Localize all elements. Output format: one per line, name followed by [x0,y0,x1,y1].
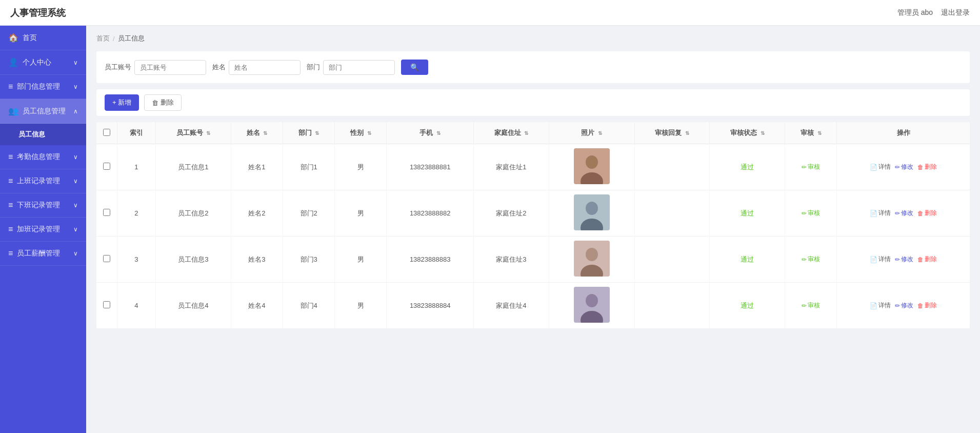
person-icon: 👤 [8,57,18,67]
audit-button[interactable]: ✏ 审核 [802,255,820,264]
sidebar-item-checkin[interactable]: ≡ 上班记录管理 ∨ [0,169,86,193]
breadcrumb-current: 员工信息 [118,34,145,43]
cell-audit-status: 通过 [710,237,785,283]
sidebar-item-home[interactable]: 🏠 首页 [0,26,86,50]
detail-button[interactable]: 📄 详情 [870,163,891,171]
detail-button[interactable]: 📄 详情 [870,255,891,264]
edit-button[interactable]: ✏ 修改 [895,301,913,310]
salary-icon: ≡ [8,249,13,258]
cell-audit-status: 通过 [710,144,785,190]
sidebar-item-employee-mgmt[interactable]: 👥 员工信息管理 ∧ [0,99,86,124]
sidebar-item-dept-mgmt[interactable]: ≡ 部门信息管理 ∨ [0,75,86,99]
username: 管理员 abo [897,8,933,17]
overtime-icon: ≡ [8,225,13,234]
sort-icon-audit[interactable]: ⇅ [817,130,822,136]
sort-icon-account[interactable]: ⇅ [206,130,210,136]
sidebar-item-checkin-label: 上班记录管理 [17,176,69,186]
select-all-checkbox[interactable] [103,129,110,136]
sort-icon-address[interactable]: ⇅ [524,130,528,136]
cell-index: 3 [117,237,156,283]
cell-audit: ✏ 审核 [785,237,837,283]
edit-icon: ✏ [895,164,900,171]
cell-gender: 男 [335,237,387,283]
action-cell: 📄 详情 ✏ 修改 🗑 删除 [841,255,966,264]
col-account: 员工账号 ⇅ [156,122,231,144]
table-row: 3 员工信息3 姓名3 部门3 男 13823888883 家庭住址3 通过 ✏… [96,237,970,283]
delete-row-button[interactable]: 🗑 删除 [917,163,937,171]
sidebar-item-employee-info[interactable]: 员工信息 [0,124,86,145]
action-cell: 📄 详情 ✏ 修改 🗑 删除 [841,163,966,171]
cell-phone: 13823888882 [387,190,474,237]
bulk-delete-label: 删除 [161,98,174,107]
row-checkbox[interactable] [103,163,110,170]
employee-avatar [574,241,610,277]
audit-icon: ✏ [802,302,807,309]
sidebar-item-attendance[interactable]: ≡ 考勤信息管理 ∨ [0,145,86,169]
delete-row-button[interactable]: 🗑 删除 [917,301,937,310]
sidebar-item-personal[interactable]: 👤 个人中心 ∨ [0,50,86,75]
sort-icon-name[interactable]: ⇅ [263,130,267,136]
sort-icon-audit-status[interactable]: ⇅ [761,130,765,136]
edit-button[interactable]: ✏ 修改 [895,163,913,171]
dept-label: 部门 [307,63,320,72]
cell-account: 员工信息1 [156,144,231,190]
bulk-delete-button[interactable]: 🗑 删除 [144,94,182,111]
sort-icon-gender[interactable]: ⇅ [367,130,371,136]
dept-input[interactable] [323,60,395,75]
detail-icon: 📄 [870,302,877,309]
sort-icon-audit-reply[interactable]: ⇅ [685,130,689,136]
delete-row-button[interactable]: 🗑 删除 [917,255,937,264]
breadcrumb-home[interactable]: 首页 [96,34,110,43]
search-bar: 员工账号 姓名 部门 🔍 [96,51,970,83]
cell-index: 1 [117,144,156,190]
cell-name: 姓名3 [231,237,283,283]
table-row: 2 员工信息2 姓名2 部门2 男 13823888882 家庭住址2 通过 ✏… [96,190,970,237]
trash-icon: 🗑 [152,99,158,107]
cell-audit: ✏ 审核 [785,190,837,237]
sidebar-item-salary[interactable]: ≡ 员工薪酬管理 ∨ [0,242,86,266]
row-checkbox[interactable] [103,255,110,262]
cell-photo [549,144,634,190]
col-address: 家庭住址 ⇅ [473,122,549,144]
row-trash-icon: 🗑 [917,256,924,263]
account-input[interactable] [134,60,206,75]
cell-address: 家庭住址3 [473,237,549,283]
detail-button[interactable]: 📄 详情 [870,209,891,218]
cell-dept: 部门1 [283,144,335,190]
col-gender: 性别 ⇅ [335,122,387,144]
sort-icon-photo[interactable]: ⇅ [598,130,602,136]
chevron-down-icon-salary: ∨ [73,250,78,257]
cell-audit-reply [634,283,710,329]
edit-button[interactable]: ✏ 修改 [895,209,913,218]
audit-button[interactable]: ✏ 审核 [802,209,820,218]
row-checkbox[interactable] [103,209,110,216]
search-button[interactable]: 🔍 [401,60,428,75]
sort-icon-dept[interactable]: ⇅ [315,130,319,136]
logout-button[interactable]: 退出登录 [941,8,970,17]
audit-button[interactable]: ✏ 审核 [802,301,820,310]
col-photo: 照片 ⇅ [549,122,634,144]
action-bar: + 新增 🗑 删除 [96,89,970,116]
edit-button[interactable]: ✏ 修改 [895,255,913,264]
employee-table-container: 索引 员工账号 ⇅ 姓名 ⇅ 部门 ⇅ 性别 ⇅ 手机 ⇅ 家庭住址 ⇅ 照片 … [96,122,970,329]
cell-gender: 男 [335,283,387,329]
detail-icon: 📄 [870,210,877,217]
chevron-down-icon-overtime: ∨ [73,226,78,233]
cell-account: 员工信息4 [156,283,231,329]
cell-audit-reply [634,144,710,190]
cell-name: 姓名1 [231,144,283,190]
cell-audit-status: 通过 [710,283,785,329]
cell-account: 员工信息3 [156,237,231,283]
sidebar-item-checkout[interactable]: ≡ 下班记录管理 ∨ [0,193,86,218]
delete-row-button[interactable]: 🗑 删除 [917,209,937,218]
add-button[interactable]: + 新增 [105,94,139,111]
name-input[interactable] [229,60,301,75]
sidebar-item-overtime[interactable]: ≡ 加班记录管理 ∨ [0,218,86,242]
action-cell: 📄 详情 ✏ 修改 🗑 删除 [841,209,966,218]
cell-gender: 男 [335,144,387,190]
detail-button[interactable]: 📄 详情 [870,301,891,310]
row-checkbox[interactable] [103,301,110,308]
sort-icon-phone[interactable]: ⇅ [436,130,441,136]
edit-icon: ✏ [895,210,900,217]
audit-button[interactable]: ✏ 审核 [802,163,820,171]
